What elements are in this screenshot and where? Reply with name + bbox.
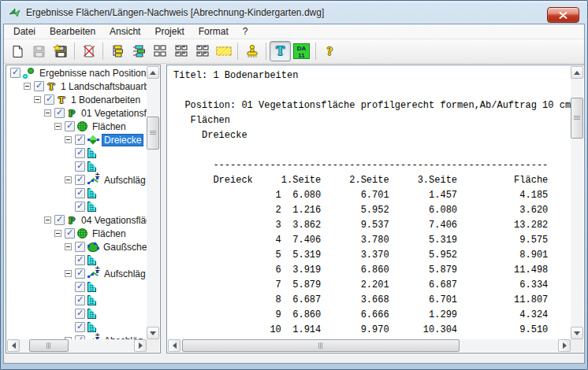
tree-checkbox[interactable] (75, 242, 85, 252)
tree-item-doc[interactable] (7, 146, 147, 160)
window-grid-1-button[interactable] (149, 41, 170, 61)
tree-checkbox[interactable] (65, 121, 75, 131)
vertical-scroll-thumb[interactable] (571, 98, 583, 139)
menu-item-ansicht[interactable]: Ansicht (102, 24, 147, 39)
tree-checkbox[interactable] (10, 68, 20, 78)
horizontal-scroll-thumb[interactable] (182, 339, 460, 352)
tree-item-label[interactable]: Aufschläg (102, 174, 147, 187)
tree-item-01-vegetationsfl[interactable]: P01 Vegetationsflä (7, 106, 147, 120)
tree-item-label[interactable]: Flächen (90, 120, 128, 133)
tree-item-abschl-g[interactable]: ±Abschläg (7, 334, 147, 339)
report-vertical-scrollbar[interactable] (571, 66, 583, 339)
horizontal-scroll-thumb[interactable] (29, 339, 69, 352)
tree-checkbox[interactable] (75, 175, 85, 185)
tree-checkbox[interactable] (54, 108, 65, 118)
tree-item-label[interactable]: Flächen (90, 228, 128, 240)
tree-item-doc[interactable] (7, 280, 147, 294)
tree-item-label[interactable]: Ergebnisse nach Position, Lär (37, 67, 147, 80)
tree-item-fl-chen[interactable]: Flächen (7, 227, 147, 240)
structure-list-button[interactable] (106, 41, 128, 61)
tree-item-ergebnisse-nach-position-l-r[interactable]: Ergebnisse nach Position, Lär (7, 66, 147, 80)
tree-vertical-scrollbar[interactable] (147, 66, 159, 339)
tree-item-label[interactable]: 04 Vegationsfläch (79, 214, 147, 227)
scroll-right-button[interactable] (134, 339, 147, 352)
save-button[interactable] (28, 41, 50, 61)
tree-checkbox[interactable] (75, 322, 85, 332)
tree-item-doc[interactable] (7, 160, 147, 173)
close-button[interactable] (547, 7, 579, 23)
tree-item-1-landschaftsbauarbeiten[interactable]: T1 Landschaftsbauarbeiten (7, 80, 147, 93)
tree-item-04-vegationsfl-ch[interactable]: P04 Vegationsfläch (7, 213, 147, 227)
report-horizontal-scrollbar[interactable] (168, 339, 571, 352)
tree-item-dreiecke[interactable]: Dreiecke (7, 133, 147, 146)
stamp-button[interactable] (241, 41, 262, 61)
scroll-down-button[interactable] (571, 327, 583, 339)
tree-item-doc[interactable] (7, 200, 147, 213)
window-grid-2-button[interactable] (170, 41, 192, 61)
tree-item-doc[interactable] (7, 294, 147, 307)
tree-item-label[interactable]: Gaußsche (101, 241, 147, 253)
collapse-icon[interactable] (44, 109, 51, 117)
scroll-down-button[interactable] (147, 327, 159, 339)
tree-checkbox[interactable] (54, 215, 65, 225)
tree-checkbox[interactable] (75, 255, 85, 265)
tree-checkbox[interactable] (75, 148, 85, 158)
tree-checkbox[interactable] (44, 94, 54, 105)
tree-item-label[interactable]: 1 Bodenarbeiten (69, 94, 143, 106)
title-bar[interactable]: Ergebnisse Flächen/Längen-Nachweis [Abre… (2, 2, 586, 24)
menu-item-projekt[interactable]: Projekt (147, 24, 191, 39)
tree-checkbox[interactable] (75, 161, 85, 172)
scroll-up-button[interactable] (147, 66, 159, 79)
scroll-left-button[interactable] (168, 339, 180, 352)
tree-item-doc[interactable] (7, 320, 147, 334)
vertical-scroll-thumb[interactable] (147, 117, 159, 150)
collapse-icon[interactable] (65, 176, 72, 183)
collapse-icon[interactable] (34, 96, 41, 103)
tree-checkbox[interactable] (34, 81, 44, 91)
scroll-left-button[interactable] (7, 339, 20, 352)
new-document-button[interactable] (7, 41, 28, 61)
help-button[interactable]: ? (319, 41, 341, 61)
tree-checkbox[interactable] (75, 188, 85, 198)
tree-item-fl-chen[interactable]: Flächen (7, 120, 147, 133)
tree-checkbox[interactable] (75, 202, 85, 212)
collapse-icon[interactable] (65, 243, 72, 250)
menu-item-bearbeiten[interactable]: Bearbeiten (43, 24, 102, 39)
tree-item-label[interactable]: Dreiecke (102, 134, 143, 146)
window-grid-3-button[interactable] (192, 41, 213, 61)
tree-horizontal-scrollbar[interactable] (7, 339, 147, 352)
tree-checkbox[interactable] (75, 295, 85, 305)
tree-item-doc[interactable] (7, 307, 147, 320)
tree-checkbox[interactable] (75, 309, 85, 319)
save-as-button[interactable] (50, 41, 71, 61)
collapse-icon[interactable] (54, 230, 61, 237)
tree-item-doc[interactable] (7, 187, 147, 200)
collapse-icon[interactable] (44, 216, 51, 224)
scroll-right-button[interactable] (558, 339, 571, 352)
menu-item-[interactable]: ? (236, 24, 255, 39)
collapse-icon[interactable] (54, 123, 61, 130)
area-fill-button[interactable] (213, 41, 234, 61)
scroll-up-button[interactable] (571, 66, 583, 79)
tree-item-gau-sche[interactable]: Gaußsche (7, 240, 147, 253)
menu-item-format[interactable]: Format (192, 24, 236, 39)
tree-item-label[interactable]: 1 Landschaftsbauarbeiten (58, 80, 147, 93)
tree-checkbox[interactable] (75, 268, 85, 279)
menu-item-datei[interactable]: Datei (6, 24, 43, 39)
tree-item-1-bodenarbeiten[interactable]: T1 Bodenarbeiten (7, 93, 147, 106)
text-format-button[interactable]: T (270, 41, 291, 61)
tree-item-label[interactable]: 01 Vegetationsflä (79, 107, 147, 120)
tree-checkbox[interactable] (65, 228, 75, 239)
collapse-icon[interactable] (65, 270, 72, 277)
tree-checkbox[interactable] (75, 135, 85, 145)
tree-checkbox[interactable] (75, 282, 85, 292)
tree-item-aufschl-g[interactable]: ±Aufschläg (7, 173, 147, 187)
collapse-icon[interactable] (65, 136, 72, 143)
da11-button[interactable]: DA11 (291, 41, 312, 61)
tree-item-doc[interactable] (7, 253, 147, 267)
tree-item-aufschl-g[interactable]: ±Aufschläg (7, 267, 147, 280)
structure-list-color-button[interactable] (128, 41, 149, 61)
collapse-icon[interactable] (24, 83, 31, 90)
tree-item-label[interactable]: Aufschläg (102, 268, 147, 280)
delete-report-button[interactable] (78, 41, 99, 61)
